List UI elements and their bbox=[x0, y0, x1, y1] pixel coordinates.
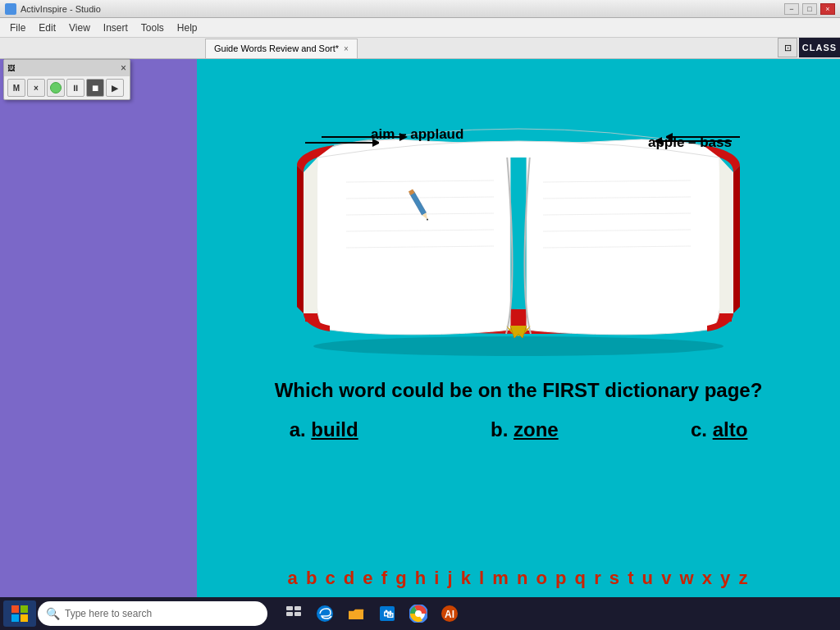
answer-c-word: alto bbox=[713, 418, 748, 441]
menu-insert[interactable]: Insert bbox=[97, 21, 135, 35]
svg-point-4 bbox=[313, 336, 724, 356]
app-title: ActivInspire - Studio bbox=[21, 4, 101, 14]
question-area: Which word could be on the FIRST diction… bbox=[231, 379, 806, 441]
btn-pause[interactable]: ⏸ bbox=[66, 79, 84, 97]
menu-edit[interactable]: Edit bbox=[32, 21, 62, 35]
activinspire-taskbar-btn[interactable]: AI bbox=[436, 600, 463, 627]
tab-close-btn[interactable]: × bbox=[344, 44, 349, 53]
answer-b[interactable]: b. zone bbox=[491, 418, 559, 441]
svg-rect-19 bbox=[286, 612, 293, 616]
maximize-button[interactable]: ⊡ bbox=[778, 38, 797, 57]
menu-help[interactable]: Help bbox=[171, 21, 204, 35]
windows-logo bbox=[10, 604, 30, 623]
store-btn[interactable]: 🛍 bbox=[374, 600, 400, 627]
main-layout: 🖼 × M × ⏸ ⏹ ▶ bbox=[0, 59, 840, 597]
file-explorer-btn[interactable] bbox=[343, 600, 369, 627]
answer-a-word: build bbox=[311, 418, 358, 441]
btn-play[interactable]: ▶ bbox=[106, 79, 124, 97]
edge-browser-btn[interactable] bbox=[312, 600, 338, 627]
record-circle bbox=[50, 82, 62, 94]
toolbar-title-bar: 🖼 × bbox=[4, 60, 130, 76]
svg-rect-18 bbox=[294, 606, 301, 610]
svg-rect-14 bbox=[21, 605, 28, 613]
btn-m[interactable]: M bbox=[7, 79, 25, 97]
question-text: Which word could be on the FIRST diction… bbox=[231, 379, 806, 402]
chrome-btn[interactable] bbox=[405, 600, 431, 627]
class-button[interactable]: CLASS bbox=[799, 38, 840, 57]
tab-bar: Guide Words Review and Sort* × ⊡ CLASS bbox=[0, 38, 840, 59]
floating-toolbar: 🖼 × M × ⏸ ⏹ ▶ bbox=[3, 59, 130, 100]
right-guide-word: apple – bass bbox=[648, 135, 732, 151]
start-button[interactable] bbox=[3, 600, 36, 627]
content-area: aim – applaud apple – bass Which word co… bbox=[197, 59, 840, 597]
search-icon: 🔍 bbox=[46, 607, 60, 620]
btn-record[interactable] bbox=[47, 79, 65, 97]
app-icon bbox=[5, 3, 16, 15]
search-placeholder: Type here to search bbox=[65, 608, 152, 619]
toolbar-close-icon[interactable]: × bbox=[121, 62, 126, 74]
toolbar-buttons: M × ⏸ ⏹ ▶ bbox=[4, 76, 130, 99]
svg-rect-17 bbox=[286, 606, 293, 610]
svg-rect-20 bbox=[294, 612, 301, 616]
answer-a[interactable]: a. build bbox=[290, 418, 358, 441]
search-bar[interactable]: 🔍 Type here to search bbox=[38, 601, 267, 626]
btn-x[interactable]: × bbox=[27, 79, 45, 97]
svg-rect-15 bbox=[11, 614, 19, 622]
menu-view[interactable]: View bbox=[62, 21, 97, 35]
active-tab[interactable]: Guide Words Review and Sort* × bbox=[205, 39, 358, 58]
restore-btn[interactable]: □ bbox=[802, 3, 817, 15]
menu-file[interactable]: File bbox=[3, 21, 32, 35]
left-guide-word: aim – applaud bbox=[371, 126, 463, 143]
answer-b-prefix: b. bbox=[491, 418, 514, 441]
book-container: aim – applaud apple – bass bbox=[272, 84, 765, 363]
alphabet-strip: a b c d e f g h i j k l m n o p q r s t … bbox=[197, 568, 840, 589]
taskbar: 🔍 Type here to search 🛍 bbox=[0, 597, 840, 630]
svg-point-26 bbox=[415, 610, 422, 617]
svg-text:🛍: 🛍 bbox=[383, 608, 394, 620]
answer-a-prefix: a. bbox=[290, 418, 312, 441]
svg-rect-13 bbox=[11, 605, 19, 613]
minimize-btn[interactable]: − bbox=[784, 3, 799, 15]
task-view-btn[interactable] bbox=[281, 600, 307, 627]
answer-c-prefix: c. bbox=[691, 418, 713, 441]
title-bar: ActivInspire - Studio − □ × bbox=[0, 0, 840, 18]
btn-stop[interactable]: ⏹ bbox=[86, 79, 104, 97]
svg-rect-16 bbox=[21, 614, 28, 622]
left-sidebar: 🖼 × M × ⏸ ⏹ ▶ bbox=[0, 59, 197, 597]
toolbar-icon: 🖼 bbox=[7, 64, 15, 72]
answer-b-word: zone bbox=[514, 418, 559, 441]
menu-bar: File Edit View Insert Tools Help bbox=[0, 18, 840, 38]
answer-c[interactable]: c. alto bbox=[691, 418, 747, 441]
menu-tools[interactable]: Tools bbox=[135, 21, 171, 35]
close-btn[interactable]: × bbox=[820, 3, 835, 15]
tab-label: Guide Words Review and Sort* bbox=[214, 43, 339, 53]
answers-row: a. build b. zone c. alto bbox=[231, 418, 806, 441]
svg-text:AI: AI bbox=[445, 609, 454, 620]
